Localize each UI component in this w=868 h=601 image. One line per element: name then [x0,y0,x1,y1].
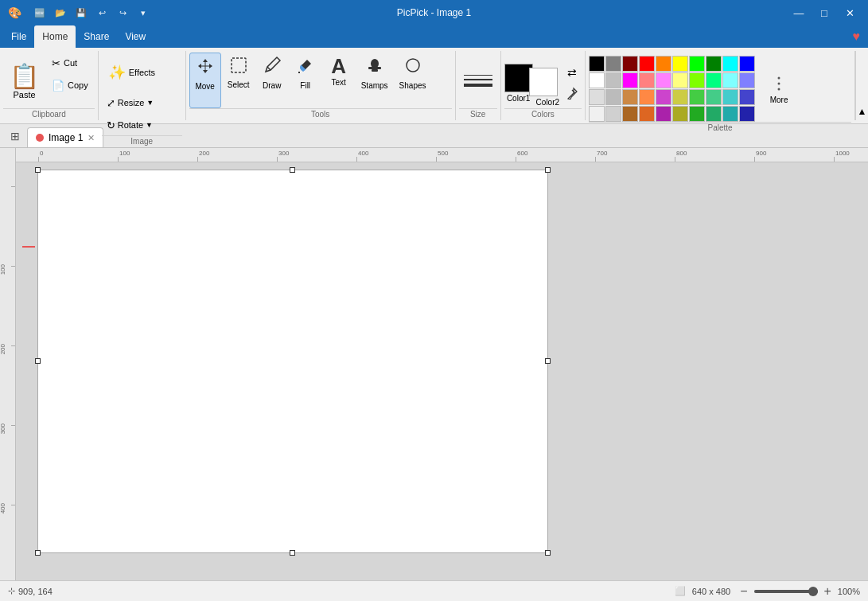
qa-dropdown[interactable]: ▾ [134,3,153,22]
palette-color[interactable] [622,89,638,105]
copy-button[interactable]: 📄 Copy [49,75,91,96]
svg-point-4 [407,59,419,72]
zoom-slider-thumb[interactable] [808,587,818,596]
tab-close-button[interactable]: ✕ [88,133,95,143]
menu-home[interactable]: Home [34,25,76,48]
resize-button[interactable]: ⤢ Resize ▼ [102,92,159,113]
canvas-area[interactable] [16,162,868,580]
palette-color[interactable] [689,89,705,105]
effects-button[interactable]: ✨ Effects [102,56,162,89]
palette-color[interactable] [739,56,755,72]
color1-swatch[interactable] [504,64,533,92]
palette-color[interactable] [722,72,738,88]
shapes-tool-button[interactable]: Shapes [395,53,431,108]
rotate-button[interactable]: ↻ Rotate ▼ [102,115,159,135]
redo-btn[interactable]: ↪ [113,3,132,22]
clip-small-buttons: ✂ Cut 📄 Copy [45,53,95,96]
sel-handle-tr[interactable] [545,167,551,173]
palette-color[interactable] [689,56,705,72]
palette-color[interactable] [739,89,755,105]
palette-color[interactable] [605,56,621,72]
palette-color[interactable] [656,106,671,122]
palette-color[interactable] [605,89,621,105]
palette-color[interactable] [589,106,605,122]
menu-view[interactable]: View [117,25,154,48]
sel-handle-mr[interactable] [545,358,551,364]
move-tool-button[interactable]: Move [189,53,221,108]
palette-color[interactable] [722,89,738,105]
palette-color[interactable] [656,56,671,72]
palette-color[interactable] [672,56,688,72]
zoom-in-button[interactable]: + [821,584,835,599]
palette-color[interactable] [622,56,638,72]
coordinates: 909, 164 [18,587,53,596]
palette-color[interactable] [605,72,621,88]
menu-share[interactable]: Share [76,25,117,48]
palette-color[interactable] [639,56,655,72]
tab-image1[interactable]: Image 1 ✕ [27,127,103,147]
palette-color[interactable] [589,72,605,88]
ribbon-collapse-button[interactable]: ▲ [855,51,868,120]
zoom-out-button[interactable]: − [737,584,750,599]
copy-icon: 📄 [52,80,64,92]
size-line-3[interactable] [464,84,492,87]
sel-handle-ml[interactable] [35,358,41,364]
palette-color[interactable] [706,106,722,122]
undo-btn[interactable]: ↩ [92,3,111,22]
palette-color[interactable] [706,89,722,105]
text-label: Text [332,78,346,88]
menu-file[interactable]: File [3,25,34,48]
palette-color[interactable] [672,106,688,122]
tab-grid-button[interactable]: ⊞ [3,124,27,147]
palette-color[interactable] [589,89,605,105]
palette-color[interactable] [722,106,738,122]
palette-color[interactable] [706,72,722,88]
select-tool-button[interactable]: Select [223,53,255,108]
open-btn[interactable]: 📂 [51,3,70,22]
palette-color[interactable] [656,72,671,88]
palette-color[interactable] [622,72,638,88]
palette-color[interactable] [706,56,722,72]
palette-color[interactable] [589,56,605,72]
eyedropper-button[interactable] [562,84,582,103]
new-btn[interactable]: 🆕 [30,3,49,22]
sel-handle-tc[interactable] [290,167,295,173]
palette-color[interactable] [672,72,688,88]
sel-handle-br[interactable] [545,550,551,556]
maximize-button[interactable]: □ [812,2,836,24]
draw-tool-button[interactable]: Draw [256,53,288,108]
sel-handle-bc[interactable] [290,550,295,556]
color2-swatch[interactable] [529,68,558,96]
fill-tool-button[interactable]: Fill [290,53,321,108]
size-line-1[interactable] [464,75,492,76]
stamps-tool-button[interactable]: Stamps [356,53,393,108]
palette-color[interactable] [605,106,621,122]
palette-color[interactable] [689,106,705,122]
palette-color[interactable] [622,106,638,122]
minimize-button[interactable]: — [787,2,811,24]
sel-handle-tl[interactable] [35,167,41,173]
palette-color[interactable] [689,72,705,88]
close-button[interactable]: ✕ [838,2,862,24]
palette-color[interactable] [722,56,738,72]
palette-color[interactable] [739,72,755,88]
more-button[interactable]: More [761,71,796,107]
paste-button[interactable]: 📋 Paste [3,53,45,108]
save-btn[interactable]: 💾 [72,3,91,22]
palette-color[interactable] [656,89,671,105]
palette-color[interactable] [639,106,655,122]
palette-color[interactable] [639,89,655,105]
white-canvas[interactable] [38,170,547,552]
clipboard-section-label: Clipboard [3,108,95,120]
text-tool-button[interactable]: A Text [323,53,355,108]
palette-color[interactable] [739,106,755,122]
svg-point-3 [371,59,379,68]
size-line-2[interactable] [464,79,492,80]
palette-color[interactable] [672,89,688,105]
zoom-slider[interactable] [754,590,818,593]
cut-button[interactable]: ✂ Cut [49,53,91,73]
ruler-num-h: 0 [40,150,43,157]
palette-color[interactable] [639,72,655,88]
sel-handle-bl[interactable] [35,550,41,556]
swap-colors-button[interactable]: ⇄ [562,63,582,82]
